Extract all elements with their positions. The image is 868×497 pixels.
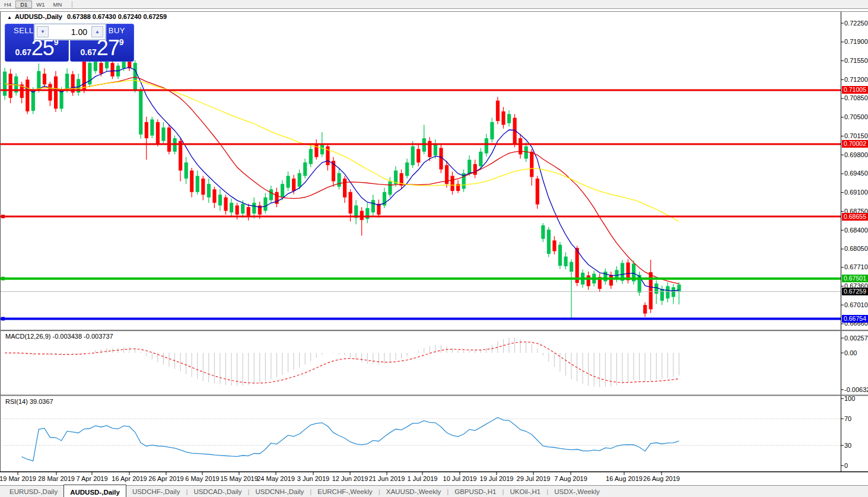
macd-signal-line [5, 342, 679, 384]
price-line-handle[interactable] [1, 317, 5, 320]
buy-button[interactable]: BUY [109, 26, 125, 35]
chart-canvas [0, 0, 868, 497]
rsi-line [22, 418, 679, 461]
chart-tab-ukoil-h1[interactable]: UKOil-,H1 [504, 486, 547, 497]
date-axis-label: 15 May 2019 [220, 475, 258, 482]
collapse-ohlc-icon[interactable]: ▲ [7, 15, 12, 20]
price-axis-label: 0.70500 [844, 113, 868, 120]
price-axis-label: 0.69100 [844, 189, 868, 196]
chart-tab-gbpusd-h1[interactable]: GBPUSD-,H1 [449, 486, 502, 497]
price-level-badge: 0.67259 [842, 288, 868, 295]
candle-body [236, 205, 239, 214]
one-click-trading-panel: SELL 0.67259 BUY 0.67279 ▼ 1.00 ▲ [5, 24, 133, 62]
pane-borders [0, 12, 868, 476]
sell-button[interactable]: SELL [14, 26, 34, 35]
volume-increase-icon[interactable]: ▲ [91, 26, 103, 37]
candle-body [224, 197, 227, 211]
price-axis-label: 0.70850 [844, 94, 868, 101]
rsi-axis-label: 70 [844, 415, 868, 422]
candle-body [43, 74, 46, 84]
candle-body [530, 152, 533, 177]
candle-body [587, 275, 590, 286]
chart-tab-usdcad-daily[interactable]: USDCAD-,Daily [187, 486, 247, 497]
price-axis-label: 0.67710 [844, 263, 868, 270]
date-axis-label: 26 Aug 2019 [643, 475, 680, 482]
candle-body [156, 122, 160, 144]
candle-body [99, 63, 103, 74]
candle-body [501, 111, 505, 125]
candle-body [185, 163, 188, 179]
candle-body [654, 283, 658, 294]
candle-body [31, 90, 35, 110]
date-axis-label: 10 Jul 2019 [443, 475, 477, 482]
candle-body [110, 63, 114, 77]
date-axis-label: 6 May 2019 [185, 475, 219, 482]
buy-price-pip: 9 [119, 37, 124, 47]
timeframe-w1-button[interactable]: W1 [32, 1, 49, 8]
rsi-axis-label: 100 [844, 395, 868, 402]
date-axis-label: 3 Jun 2019 [297, 475, 329, 482]
price-axis-label: 0.69800 [844, 151, 868, 158]
candle-body [405, 163, 409, 176]
price-level-badge: 0.68655 [842, 213, 868, 221]
candle-body [309, 149, 313, 164]
candle-body [360, 211, 364, 220]
candle-body [145, 122, 148, 138]
date-axis-label: 21 Jun 2019 [369, 475, 405, 482]
candle-body [439, 148, 443, 169]
candle-body [190, 171, 193, 192]
chart-tab-xauusd-weekly[interactable]: XAUUSD-,Weekly [380, 486, 447, 497]
price-line-handle[interactable] [1, 277, 5, 281]
date-axis-label: 7 Apr 2019 [76, 475, 107, 482]
candle-body [609, 275, 613, 285]
rsi-indicator-label: RSI(14) 39.0367 [5, 398, 53, 405]
sell-price-prefix: 0.67 [15, 47, 31, 57]
candle-body [292, 179, 295, 191]
macd-axis-label: -0.006326 [844, 386, 868, 393]
candle-body [9, 74, 12, 98]
timeframe-toolbar: H4 D1 W1 MN [0, 0, 868, 9]
candle-body [201, 179, 205, 195]
volume-decrease-icon[interactable]: ▼ [37, 26, 49, 37]
candle-body [94, 60, 97, 71]
candle-body [320, 144, 324, 154]
symbol-period-label: AUDUSD-,Daily [15, 13, 62, 20]
candle-body [343, 179, 346, 197]
candle-body [643, 305, 647, 314]
candle-body [468, 160, 471, 173]
date-axis-label: 12 Jun 2019 [332, 475, 368, 482]
price-line-handle[interactable] [1, 215, 5, 218]
chart-tab-usdcnh-daily[interactable]: USDCNH-,Daily [250, 486, 310, 497]
volume-input[interactable]: 1.00 [50, 27, 90, 37]
chart-tab-audusd-daily[interactable]: AUDUSD-,Daily [63, 485, 126, 497]
date-axis-label: 1 Jul 2019 [408, 475, 438, 482]
rsi-axis-label: 0 [844, 462, 868, 469]
date-axis-label: 16 Aug 2019 [606, 475, 643, 482]
price-axis-label: 0.71200 [844, 76, 868, 83]
candle-body [26, 79, 29, 111]
candle-body [496, 101, 500, 121]
price-axis-label: 0.68050 [844, 245, 868, 252]
buy-price: 0.67279 [71, 37, 133, 59]
candle-body [388, 181, 392, 195]
chart-tab-usdchf-daily[interactable]: USDCHF-,Daily [126, 486, 186, 497]
chart-tab-eurchf-weekly[interactable]: EURCHF-,Weekly [311, 486, 378, 497]
candle-body [434, 144, 437, 155]
candle-body [672, 287, 675, 297]
chart-tab-eurusd-daily[interactable]: EURUSD-,Daily [4, 486, 63, 497]
date-axis-label: 26 Apr 2019 [148, 475, 183, 482]
price-axis-label: 0.71900 [844, 38, 868, 45]
timeframe-d1-button[interactable]: D1 [15, 1, 32, 8]
candle-body [218, 195, 222, 205]
mt4-window: H4 D1 W1 MN ▲AUDUSD-,Daily0.67388 0.6743… [0, 0, 868, 497]
candle-body [377, 204, 380, 215]
chart-title: ▲AUDUSD-,Daily0.67388 0.67430 0.67240 0.… [7, 13, 167, 20]
volume-spinner: ▼ 1.00 ▲ [34, 24, 106, 40]
candle-body [485, 138, 488, 153]
chart-tab-usdx-weekly[interactable]: USDX-,Weekly [548, 486, 605, 497]
timeframe-mn-button[interactable]: MN [49, 1, 66, 8]
candle-body [371, 200, 375, 212]
chart-tabs-bar: EURUSD-,DailyAUDUSD-,DailyUSDCHF-,Daily|… [0, 485, 868, 497]
candle-body [48, 84, 52, 101]
timeframe-h4-button[interactable]: H4 [0, 1, 15, 8]
